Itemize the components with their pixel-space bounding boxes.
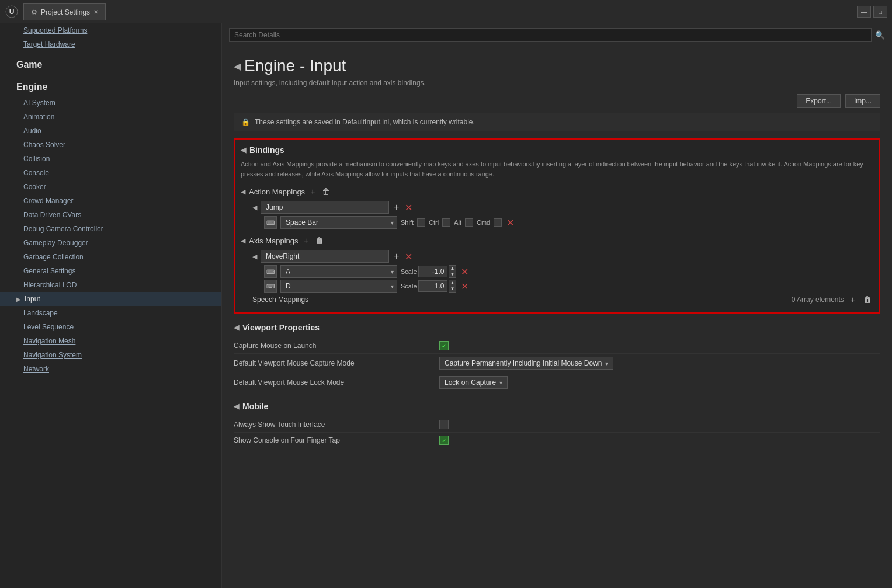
sidebar-item-general-settings[interactable]: General Settings: [0, 264, 221, 278]
shift-checkbox[interactable]: [417, 218, 425, 227]
sidebar-item-ai-system[interactable]: AI System: [0, 96, 221, 110]
sidebar-item-navigation-system[interactable]: Navigation System: [0, 348, 221, 362]
maximize-button[interactable]: □: [873, 6, 887, 18]
sidebar-item-crowd-manager[interactable]: Crowd Manager: [0, 194, 221, 208]
d-scale-up[interactable]: ▲: [449, 280, 456, 286]
sidebar-item-landscape[interactable]: Landscape: [0, 306, 221, 320]
sidebar-item-input[interactable]: ▶ Input: [0, 292, 221, 306]
capture-mouse-label: Capture Mouse on Launch: [234, 342, 432, 350]
delete-a-key-button[interactable]: ✕: [460, 266, 470, 277]
sidebar-item-data-driven-cvars[interactable]: Data Driven CVars: [0, 208, 221, 222]
sidebar: Supported Platforms Target Hardware Game…: [0, 23, 222, 588]
add-axis-mapping-button[interactable]: +: [302, 236, 310, 245]
delete-action-mapping-button[interactable]: 🗑: [320, 187, 332, 196]
moveright-collapse-icon: ◀: [252, 253, 257, 260]
minimize-button[interactable]: —: [857, 6, 871, 18]
add-action-mapping-button[interactable]: +: [308, 187, 317, 196]
add-speech-mapping-button[interactable]: +: [849, 295, 857, 304]
sidebar-item-chaos-solver[interactable]: Chaos Solver: [0, 138, 221, 152]
tab-close-button[interactable]: ✕: [93, 9, 98, 15]
add-jump-key-button[interactable]: +: [393, 202, 400, 213]
sidebar-item-collision[interactable]: Collision: [0, 152, 221, 166]
keyboard-icon: ⌨: [264, 216, 277, 229]
d-scale-input[interactable]: [418, 280, 447, 292]
lock-mode-dropdown-arrow-icon: ▾: [499, 380, 502, 386]
sidebar-item-gameplay-debugger[interactable]: Gameplay Debugger: [0, 236, 221, 250]
delete-space-bar-button[interactable]: ✕: [505, 217, 515, 228]
capture-mode-dropdown[interactable]: Capture Permanently Including Initial Mo…: [439, 357, 613, 370]
d-scale-arrows: ▲ ▼: [449, 280, 457, 293]
import-button[interactable]: Imp...: [845, 94, 880, 108]
mobile-section: ◀ Mobile Always Show Touch Interface Sho…: [234, 402, 880, 448]
search-input[interactable]: [229, 28, 872, 42]
settings-icon: ⚙: [31, 8, 37, 16]
a-scale-wrapper: Scale ▲ ▼: [401, 265, 456, 278]
capture-mouse-on-launch-row: Capture Mouse on Launch ✓: [234, 338, 880, 354]
capture-mode-value: Capture Permanently Including Initial Mo…: [439, 357, 880, 370]
always-show-touch-checkbox[interactable]: [439, 420, 449, 429]
shift-label: Shift: [401, 219, 414, 226]
show-console-checkbox[interactable]: ✓: [439, 436, 449, 445]
delete-moveright-button[interactable]: ✕: [404, 251, 414, 262]
action-mappings-collapse-icon: ◀: [241, 188, 245, 196]
cmd-checkbox[interactable]: [494, 218, 502, 227]
main-content: 🔍 ◀ Engine - Input Input settings, inclu…: [222, 23, 892, 588]
sidebar-item-console[interactable]: Console: [0, 166, 221, 180]
project-settings-tab[interactable]: ⚙ Project Settings ✕: [23, 3, 106, 20]
axis-mappings-group: ◀ Axis Mappings + 🗑 ◀ + ✕ ⌨: [241, 234, 873, 293]
lock-mode-dropdown[interactable]: Lock on Capture ▾: [439, 376, 508, 389]
sidebar-item-audio[interactable]: Audio: [0, 124, 221, 138]
bindings-header: ◀ Bindings: [241, 145, 873, 155]
sidebar-item-cooker[interactable]: Cooker: [0, 180, 221, 194]
alt-checkbox[interactable]: [465, 218, 473, 227]
mobile-collapse-icon: ◀: [234, 402, 239, 410]
always-show-touch-value: [439, 420, 880, 429]
a-scale-input[interactable]: [418, 266, 447, 277]
always-show-touch-row: Always Show Touch Interface: [234, 417, 880, 433]
a-scale-up[interactable]: ▲: [449, 266, 456, 272]
page-title: ◀ Engine - Input: [234, 57, 880, 75]
a-key-row: ⌨ A Scale ▲ ▼: [264, 265, 873, 278]
keyboard-icon-d: ⌨: [264, 280, 277, 293]
d-key-select[interactable]: D: [280, 280, 397, 293]
expand-arrow-icon: ▶: [16, 296, 21, 302]
delete-jump-button[interactable]: ✕: [404, 202, 414, 213]
svg-text:U: U: [9, 8, 15, 16]
sidebar-item-garbage-collection[interactable]: Garbage Collection: [0, 250, 221, 264]
jump-name-input[interactable]: [261, 201, 389, 214]
ctrl-checkbox[interactable]: [442, 218, 450, 227]
a-scale-arrows: ▲ ▼: [449, 265, 457, 278]
search-icon: 🔍: [875, 30, 885, 40]
d-select-wrapper: D: [280, 280, 397, 293]
sidebar-item-supported-platforms[interactable]: Supported Platforms: [0, 23, 221, 37]
sidebar-item-debug-camera-controller[interactable]: Debug Camera Controller: [0, 222, 221, 236]
sidebar-item-target-hardware[interactable]: Target Hardware: [0, 37, 221, 51]
capture-mouse-checkbox[interactable]: ✓: [439, 341, 449, 350]
sidebar-item-animation[interactable]: Animation: [0, 110, 221, 124]
a-select-wrapper: A: [280, 265, 397, 278]
a-key-select[interactable]: A: [280, 265, 397, 278]
space-bar-key-row: ⌨ Space Bar Shift Ctrl Alt Cmd: [264, 216, 873, 229]
title-bar: U ⚙ Project Settings ✕ — □: [0, 0, 892, 23]
info-banner: 🔒 These settings are saved in DefaultInp…: [234, 113, 880, 131]
delete-axis-mapping-button[interactable]: 🗑: [314, 236, 325, 245]
jump-action-row: ◀ + ✕: [252, 201, 873, 214]
sidebar-item-network[interactable]: Network: [0, 362, 221, 376]
a-scale-down[interactable]: ▼: [449, 272, 456, 277]
space-bar-select-wrapper: Space Bar: [280, 216, 397, 229]
delete-d-key-button[interactable]: ✕: [460, 281, 470, 292]
export-button[interactable]: Export...: [797, 94, 841, 108]
moveright-name-input[interactable]: [261, 250, 389, 263]
sidebar-item-level-sequence[interactable]: Level Sequence: [0, 320, 221, 334]
lock-mode-value: Lock on Capture ▾: [439, 376, 880, 389]
d-scale-label: Scale: [401, 283, 417, 290]
sidebar-item-hierarchical-lod[interactable]: Hierarchical LOD: [0, 278, 221, 292]
speech-mappings-row: Speech Mappings 0 Array elements + 🗑: [252, 295, 873, 304]
delete-speech-mapping-button[interactable]: 🗑: [862, 295, 873, 304]
lock-mode-row: Default Viewport Mouse Lock Mode Lock on…: [234, 373, 880, 392]
space-bar-select[interactable]: Space Bar: [280, 216, 397, 229]
window-controls: — □: [857, 6, 887, 18]
d-scale-down[interactable]: ▼: [449, 286, 456, 292]
add-moveright-key-button[interactable]: +: [393, 251, 400, 262]
sidebar-item-navigation-mesh[interactable]: Navigation Mesh: [0, 334, 221, 348]
